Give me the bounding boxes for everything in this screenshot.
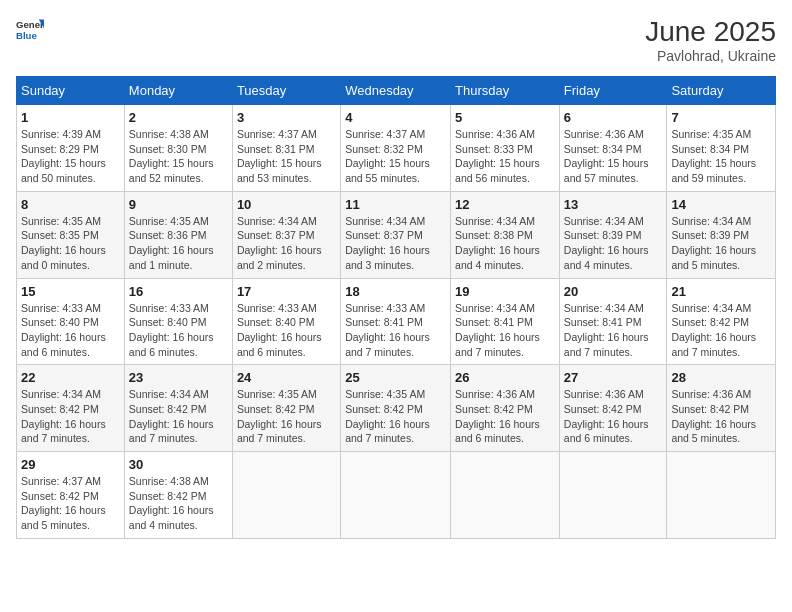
day-number: 23 bbox=[129, 370, 228, 385]
calendar-cell: 24 Sunrise: 4:35 AM Sunset: 8:42 PM Dayl… bbox=[232, 365, 340, 452]
calendar-cell: 29 Sunrise: 4:37 AM Sunset: 8:42 PM Dayl… bbox=[17, 452, 125, 539]
calendar-cell: 11 Sunrise: 4:34 AM Sunset: 8:37 PM Dayl… bbox=[341, 191, 451, 278]
calendar-cell: 6 Sunrise: 4:36 AM Sunset: 8:34 PM Dayli… bbox=[559, 105, 667, 192]
day-detail: Sunrise: 4:34 AM Sunset: 8:42 PM Dayligh… bbox=[21, 387, 120, 446]
calendar-cell: 8 Sunrise: 4:35 AM Sunset: 8:35 PM Dayli… bbox=[17, 191, 125, 278]
day-number: 4 bbox=[345, 110, 446, 125]
header-wednesday: Wednesday bbox=[341, 77, 451, 105]
calendar-cell: 17 Sunrise: 4:33 AM Sunset: 8:40 PM Dayl… bbox=[232, 278, 340, 365]
day-number: 1 bbox=[21, 110, 120, 125]
day-detail: Sunrise: 4:34 AM Sunset: 8:37 PM Dayligh… bbox=[237, 214, 336, 273]
day-detail: Sunrise: 4:36 AM Sunset: 8:42 PM Dayligh… bbox=[455, 387, 555, 446]
calendar-cell: 21 Sunrise: 4:34 AM Sunset: 8:42 PM Dayl… bbox=[667, 278, 776, 365]
day-detail: Sunrise: 4:36 AM Sunset: 8:42 PM Dayligh… bbox=[564, 387, 663, 446]
calendar-cell: 28 Sunrise: 4:36 AM Sunset: 8:42 PM Dayl… bbox=[667, 365, 776, 452]
day-detail: Sunrise: 4:37 AM Sunset: 8:32 PM Dayligh… bbox=[345, 127, 446, 186]
day-number: 9 bbox=[129, 197, 228, 212]
day-detail: Sunrise: 4:37 AM Sunset: 8:42 PM Dayligh… bbox=[21, 474, 120, 533]
calendar-cell: 1 Sunrise: 4:39 AM Sunset: 8:29 PM Dayli… bbox=[17, 105, 125, 192]
week-row-4: 22 Sunrise: 4:34 AM Sunset: 8:42 PM Dayl… bbox=[17, 365, 776, 452]
day-number: 22 bbox=[21, 370, 120, 385]
day-number: 26 bbox=[455, 370, 555, 385]
calendar-cell: 9 Sunrise: 4:35 AM Sunset: 8:36 PM Dayli… bbox=[124, 191, 232, 278]
day-detail: Sunrise: 4:35 AM Sunset: 8:36 PM Dayligh… bbox=[129, 214, 228, 273]
day-number: 3 bbox=[237, 110, 336, 125]
calendar-cell: 25 Sunrise: 4:35 AM Sunset: 8:42 PM Dayl… bbox=[341, 365, 451, 452]
day-detail: Sunrise: 4:34 AM Sunset: 8:42 PM Dayligh… bbox=[129, 387, 228, 446]
header-monday: Monday bbox=[124, 77, 232, 105]
calendar-cell: 14 Sunrise: 4:34 AM Sunset: 8:39 PM Dayl… bbox=[667, 191, 776, 278]
day-number: 7 bbox=[671, 110, 771, 125]
calendar-cell bbox=[559, 452, 667, 539]
day-number: 5 bbox=[455, 110, 555, 125]
calendar-cell: 30 Sunrise: 4:38 AM Sunset: 8:42 PM Dayl… bbox=[124, 452, 232, 539]
day-detail: Sunrise: 4:33 AM Sunset: 8:40 PM Dayligh… bbox=[129, 301, 228, 360]
day-number: 21 bbox=[671, 284, 771, 299]
day-detail: Sunrise: 4:34 AM Sunset: 8:42 PM Dayligh… bbox=[671, 301, 771, 360]
day-number: 10 bbox=[237, 197, 336, 212]
header-saturday: Saturday bbox=[667, 77, 776, 105]
day-number: 6 bbox=[564, 110, 663, 125]
day-number: 2 bbox=[129, 110, 228, 125]
header-tuesday: Tuesday bbox=[232, 77, 340, 105]
day-detail: Sunrise: 4:34 AM Sunset: 8:41 PM Dayligh… bbox=[564, 301, 663, 360]
day-detail: Sunrise: 4:34 AM Sunset: 8:38 PM Dayligh… bbox=[455, 214, 555, 273]
month-title: June 2025 bbox=[645, 16, 776, 48]
calendar-cell bbox=[341, 452, 451, 539]
day-number: 12 bbox=[455, 197, 555, 212]
week-row-3: 15 Sunrise: 4:33 AM Sunset: 8:40 PM Dayl… bbox=[17, 278, 776, 365]
calendar-cell: 5 Sunrise: 4:36 AM Sunset: 8:33 PM Dayli… bbox=[451, 105, 560, 192]
day-number: 27 bbox=[564, 370, 663, 385]
week-row-1: 1 Sunrise: 4:39 AM Sunset: 8:29 PM Dayli… bbox=[17, 105, 776, 192]
calendar-cell: 26 Sunrise: 4:36 AM Sunset: 8:42 PM Dayl… bbox=[451, 365, 560, 452]
day-number: 17 bbox=[237, 284, 336, 299]
day-number: 18 bbox=[345, 284, 446, 299]
logo-icon: General Blue bbox=[16, 16, 44, 44]
page-header: General Blue June 2025 Pavlohrad, Ukrain… bbox=[16, 16, 776, 64]
day-detail: Sunrise: 4:38 AM Sunset: 8:42 PM Dayligh… bbox=[129, 474, 228, 533]
calendar-cell: 23 Sunrise: 4:34 AM Sunset: 8:42 PM Dayl… bbox=[124, 365, 232, 452]
logo: General Blue bbox=[16, 16, 44, 44]
calendar-cell: 12 Sunrise: 4:34 AM Sunset: 8:38 PM Dayl… bbox=[451, 191, 560, 278]
day-detail: Sunrise: 4:36 AM Sunset: 8:42 PM Dayligh… bbox=[671, 387, 771, 446]
day-number: 11 bbox=[345, 197, 446, 212]
calendar-cell: 20 Sunrise: 4:34 AM Sunset: 8:41 PM Dayl… bbox=[559, 278, 667, 365]
location-title: Pavlohrad, Ukraine bbox=[645, 48, 776, 64]
calendar-cell: 27 Sunrise: 4:36 AM Sunset: 8:42 PM Dayl… bbox=[559, 365, 667, 452]
day-detail: Sunrise: 4:33 AM Sunset: 8:40 PM Dayligh… bbox=[237, 301, 336, 360]
day-number: 14 bbox=[671, 197, 771, 212]
day-detail: Sunrise: 4:34 AM Sunset: 8:39 PM Dayligh… bbox=[564, 214, 663, 273]
header-friday: Friday bbox=[559, 77, 667, 105]
day-number: 20 bbox=[564, 284, 663, 299]
calendar-cell: 19 Sunrise: 4:34 AM Sunset: 8:41 PM Dayl… bbox=[451, 278, 560, 365]
day-number: 16 bbox=[129, 284, 228, 299]
day-detail: Sunrise: 4:35 AM Sunset: 8:42 PM Dayligh… bbox=[237, 387, 336, 446]
calendar-cell: 2 Sunrise: 4:38 AM Sunset: 8:30 PM Dayli… bbox=[124, 105, 232, 192]
calendar-table: Sunday Monday Tuesday Wednesday Thursday… bbox=[16, 76, 776, 539]
calendar-cell bbox=[667, 452, 776, 539]
day-detail: Sunrise: 4:34 AM Sunset: 8:41 PM Dayligh… bbox=[455, 301, 555, 360]
calendar-cell: 3 Sunrise: 4:37 AM Sunset: 8:31 PM Dayli… bbox=[232, 105, 340, 192]
day-detail: Sunrise: 4:36 AM Sunset: 8:33 PM Dayligh… bbox=[455, 127, 555, 186]
title-block: June 2025 Pavlohrad, Ukraine bbox=[645, 16, 776, 64]
day-detail: Sunrise: 4:37 AM Sunset: 8:31 PM Dayligh… bbox=[237, 127, 336, 186]
day-number: 13 bbox=[564, 197, 663, 212]
day-detail: Sunrise: 4:38 AM Sunset: 8:30 PM Dayligh… bbox=[129, 127, 228, 186]
calendar-header-row: Sunday Monday Tuesday Wednesday Thursday… bbox=[17, 77, 776, 105]
day-number: 28 bbox=[671, 370, 771, 385]
calendar-cell: 7 Sunrise: 4:35 AM Sunset: 8:34 PM Dayli… bbox=[667, 105, 776, 192]
calendar-cell: 10 Sunrise: 4:34 AM Sunset: 8:37 PM Dayl… bbox=[232, 191, 340, 278]
calendar-cell bbox=[232, 452, 340, 539]
day-detail: Sunrise: 4:36 AM Sunset: 8:34 PM Dayligh… bbox=[564, 127, 663, 186]
day-detail: Sunrise: 4:33 AM Sunset: 8:41 PM Dayligh… bbox=[345, 301, 446, 360]
calendar-cell: 15 Sunrise: 4:33 AM Sunset: 8:40 PM Dayl… bbox=[17, 278, 125, 365]
calendar-cell bbox=[451, 452, 560, 539]
header-sunday: Sunday bbox=[17, 77, 125, 105]
day-number: 19 bbox=[455, 284, 555, 299]
svg-text:Blue: Blue bbox=[16, 30, 37, 41]
week-row-2: 8 Sunrise: 4:35 AM Sunset: 8:35 PM Dayli… bbox=[17, 191, 776, 278]
day-detail: Sunrise: 4:39 AM Sunset: 8:29 PM Dayligh… bbox=[21, 127, 120, 186]
calendar-cell: 18 Sunrise: 4:33 AM Sunset: 8:41 PM Dayl… bbox=[341, 278, 451, 365]
day-number: 15 bbox=[21, 284, 120, 299]
header-thursday: Thursday bbox=[451, 77, 560, 105]
